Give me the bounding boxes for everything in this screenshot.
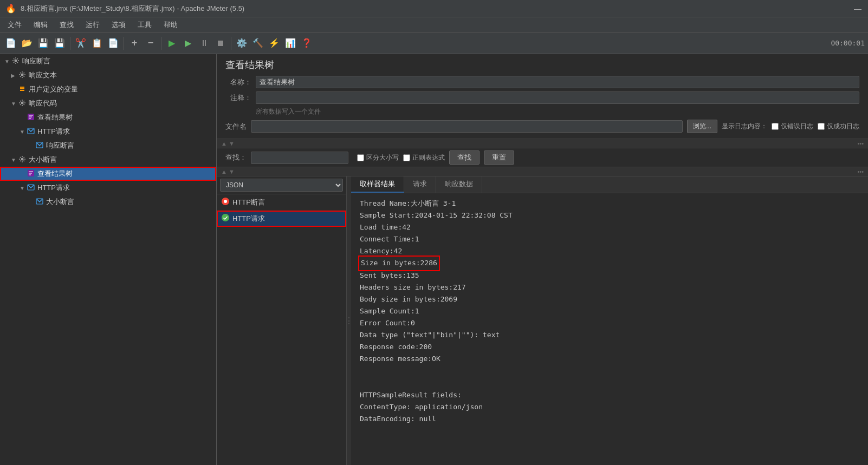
- tree-item-view-results-tree-1[interactable]: 查看结果树: [0, 110, 216, 125]
- tree-label-http-request-1: HTTP请求: [37, 127, 70, 136]
- reset-button[interactable]: 重置: [484, 150, 514, 165]
- tree-item-daxiao-assertion[interactable]: ▼大小断言: [0, 153, 216, 167]
- toolbar-separator-3: [161, 37, 161, 50]
- results-content: Thread Name:大小断言 3-1Sample Start:2024-01…: [351, 193, 868, 465]
- info-line: Error Count:0: [360, 317, 859, 329]
- title-bar: 🔥 8.相应断言.jmx (F:\JMeter_Study\8.相应断言.jmx…: [0, 0, 868, 17]
- tree-arrow-http-request-2: ▼: [20, 185, 25, 191]
- error-log-checkbox-label[interactable]: 仅错误日志: [772, 122, 813, 131]
- report-button[interactable]: 📊: [283, 36, 298, 51]
- svg-point-5: [21, 101, 24, 104]
- menu-item-工具[interactable]: 工具: [132, 18, 157, 32]
- file-row: 文件名 浏览... 显示日志内容： 仅错误日志 仅成功日志: [225, 120, 859, 133]
- menu-item-帮助[interactable]: 帮助: [158, 18, 183, 32]
- case-sensitive-checkbox[interactable]: [357, 154, 364, 161]
- save-button[interactable]: 💾: [36, 36, 51, 51]
- minimize-button[interactable]: —: [853, 4, 863, 14]
- tree-label-response-code: 响应代码: [29, 99, 57, 108]
- results-tabs: 取样器结果请求响应数据: [351, 176, 868, 193]
- result-label-http-fail: HTTP断言: [232, 198, 265, 207]
- error-log-checkbox[interactable]: [772, 123, 779, 130]
- search-button[interactable]: 查找: [449, 150, 480, 165]
- panel-divider-bottom: ▲ ▼ •••: [217, 167, 868, 176]
- toolbar-separator-2: [124, 37, 124, 50]
- size-in-bytes-value: Size in bytes:2286: [360, 257, 438, 269]
- tree-item-user-vars[interactable]: 用户定义的变量: [0, 82, 216, 96]
- success-log-checkbox[interactable]: [818, 123, 825, 130]
- divider-arrows-top: ▲ ▼: [221, 140, 235, 147]
- result-item-http-pass[interactable]: HTTP请求: [217, 211, 346, 227]
- tree-item-daxiao-assertion-2[interactable]: 大小断言: [0, 195, 216, 209]
- result-fail-icon: [221, 197, 230, 207]
- tree-item-response-assertion-1[interactable]: 响应断言: [0, 139, 216, 153]
- menu-item-运行[interactable]: 运行: [80, 18, 105, 32]
- file-label: 文件名: [225, 122, 247, 132]
- tree-item-http-request-2[interactable]: ▼HTTP请求: [0, 181, 216, 195]
- log-content-label: 显示日志内容：: [722, 122, 767, 131]
- result-tab-请求[interactable]: 请求: [404, 176, 436, 193]
- menu-item-文件[interactable]: 文件: [2, 18, 27, 32]
- help-button[interactable]: ❓: [299, 36, 314, 51]
- cut-button[interactable]: ✂️: [73, 36, 88, 51]
- pause-button[interactable]: ⏸: [197, 36, 212, 51]
- success-log-checkbox-label[interactable]: 仅成功日志: [818, 122, 859, 131]
- tree-icon-response-code: [18, 99, 26, 108]
- comment-input[interactable]: [256, 91, 859, 104]
- tree-label-user-vars: 用户定义的变量: [29, 84, 78, 94]
- divider-dots-top: •••: [857, 140, 864, 147]
- regex-checkbox[interactable]: [403, 154, 410, 161]
- stop-button[interactable]: ⏹: [213, 36, 228, 51]
- menu-item-编辑[interactable]: 编辑: [28, 18, 53, 32]
- result-item-http-fail[interactable]: HTTP断言: [217, 194, 346, 211]
- format-select[interactable]: JSONTextHTMLXMLBinary: [220, 179, 343, 192]
- tree-item-response-assertion-root[interactable]: ▼响应断言: [0, 54, 216, 68]
- tree-arrow-response-assertion-root: ▼: [4, 58, 10, 64]
- file-hint: 所有数据写入一个文件: [256, 107, 859, 116]
- splitter[interactable]: [347, 176, 351, 465]
- name-input[interactable]: [256, 76, 859, 88]
- new-button[interactable]: 📄: [3, 36, 18, 51]
- remote-button[interactable]: ⚡: [267, 36, 282, 51]
- tools-button[interactable]: 🔨: [250, 36, 265, 51]
- result-tab-取样器结果[interactable]: 取样器结果: [351, 176, 404, 193]
- svg-point-9: [21, 158, 24, 160]
- tree-item-response-text[interactable]: ▶响应文本: [0, 68, 216, 82]
- menu-item-选项[interactable]: 选项: [106, 18, 131, 32]
- regex-label[interactable]: 正则表达式: [403, 153, 445, 162]
- paste-button[interactable]: 📄: [106, 36, 121, 51]
- menu-item-查找[interactable]: 查找: [54, 18, 79, 32]
- info-line: Headers size in bytes:217: [360, 281, 859, 293]
- tree-icon-view-results-tree-2: [27, 169, 35, 179]
- search-label: 查找：: [225, 153, 247, 162]
- toolbar-separator-4: [231, 37, 231, 50]
- results-left-panel: JSONTextHTMLXMLBinary HTTP断言HTTP请求: [217, 176, 347, 465]
- add-button[interactable]: +: [127, 36, 142, 51]
- browse-button[interactable]: 浏览...: [687, 120, 717, 133]
- sidebar: ▼响应断言▶响应文本用户定义的变量▼响应代码查看结果树▼HTTP请求响应断言▼大…: [0, 54, 217, 465]
- remove-button[interactable]: −: [143, 36, 158, 51]
- settings-button[interactable]: ⚙️: [234, 36, 249, 51]
- result-pass-icon: [221, 213, 230, 224]
- tree-item-http-request-1[interactable]: ▼HTTP请求: [0, 125, 216, 139]
- tree-icon-http-request-1: [27, 127, 35, 136]
- tree-icon-user-vars: [18, 85, 26, 94]
- name-label: 名称：: [225, 77, 251, 87]
- info-line: [360, 365, 859, 377]
- play-button[interactable]: ▶: [180, 36, 196, 51]
- result-tab-响应数据[interactable]: 响应数据: [436, 176, 482, 193]
- copy-button[interactable]: 📋: [89, 36, 105, 51]
- tree-icon-http-request-2: [27, 184, 35, 193]
- tree-label-response-text: 响应文本: [29, 70, 57, 80]
- open-button[interactable]: 📂: [20, 36, 35, 51]
- search-input[interactable]: [251, 152, 348, 164]
- save-as-button[interactable]: 💾: [52, 36, 67, 51]
- file-input[interactable]: [251, 120, 683, 133]
- results-detail-panel: 取样器结果请求响应数据 Thread Name:大小断言 3-1Sample S…: [351, 176, 868, 465]
- tree-icon-view-results-tree-1: [27, 113, 35, 122]
- tree-item-response-code[interactable]: ▼响应代码: [0, 96, 216, 110]
- expand-button[interactable]: ▶: [164, 36, 179, 51]
- tree-label-view-results-tree-1: 查看结果树: [37, 113, 73, 122]
- tree-item-view-results-tree-2[interactable]: 查看结果树: [0, 167, 216, 181]
- tree-icon-daxiao-assertion: [18, 155, 26, 165]
- case-sensitive-label[interactable]: 区分大小写: [357, 153, 399, 162]
